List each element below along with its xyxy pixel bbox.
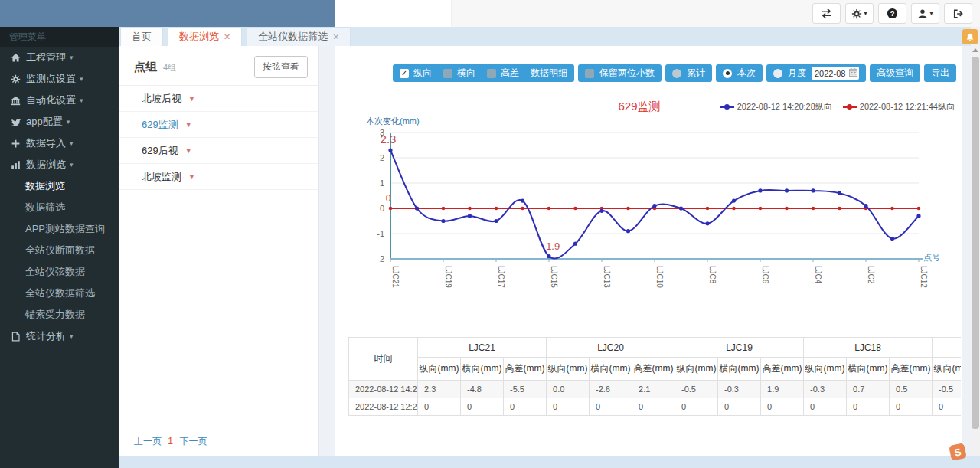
sidebar-subitem-4[interactable]: 全站仪断面数据 xyxy=(0,240,119,261)
checkbox-横向[interactable]: 横向 xyxy=(443,67,475,80)
sidebar-subitem-6[interactable]: 全站仪数据筛选 xyxy=(0,283,119,304)
question-button[interactable]: ? xyxy=(878,3,906,24)
measure-column-header: 高差(mm) xyxy=(761,358,804,381)
point-group-row-4[interactable]: 北坡监测▼ xyxy=(119,164,318,190)
sidebar-item-6[interactable]: 数据浏览▾ xyxy=(0,154,119,175)
close-icon[interactable]: ✕ xyxy=(224,32,230,42)
tab-2[interactable]: 数据浏览✕ xyxy=(168,27,242,46)
checkbox-icon[interactable] xyxy=(487,69,496,78)
logout-button[interactable] xyxy=(944,3,972,24)
view-by-chord-button[interactable]: 按弦查看 xyxy=(254,56,308,78)
sidebar-subitem-5[interactable]: 全站仪弦数据 xyxy=(0,261,119,283)
home-icon xyxy=(11,53,26,63)
decimals-toggle-button[interactable]: 保留两位小数 xyxy=(578,64,662,82)
data-point-red xyxy=(838,207,841,211)
sidebar-item-5[interactable]: 数据导入▾ xyxy=(0,133,119,154)
caret-down-icon: ▾ xyxy=(70,161,74,169)
gear-button[interactable]: ▾ xyxy=(845,3,874,24)
point-group-header xyxy=(933,338,961,358)
point-group-row-1[interactable]: 北坡后视▼ xyxy=(119,86,318,112)
value-cell: 0 xyxy=(504,398,547,416)
next-page-link[interactable]: 下一页 xyxy=(179,436,207,447)
sidebar-item-label: 统计分析 xyxy=(26,329,66,343)
sidebar-subitem-1[interactable]: 数据浏览 xyxy=(0,175,119,197)
vertical-scrollbar[interactable] xyxy=(971,46,980,456)
scroll-up-arrow-icon[interactable] xyxy=(972,48,978,52)
point-group-header: 点组 4组 按弦查看 xyxy=(119,46,318,86)
topbar-search-area[interactable] xyxy=(335,0,452,27)
table-row[interactable]: 2022-08-12 14:20:282.3-4.8-5.50.0-2.62.1… xyxy=(349,381,962,398)
export-button[interactable]: 导出 xyxy=(924,64,956,82)
calendar-icon[interactable] xyxy=(849,68,858,78)
x-tick-label: LJC2 xyxy=(867,266,875,284)
x-tick-label: LJC17 xyxy=(497,266,505,288)
point-group-row-2[interactable]: 629监测▼ xyxy=(119,112,318,138)
data-detail-button[interactable]: 数据明细 xyxy=(531,67,567,80)
tab-3[interactable]: 全站仪数据筛选✕ xyxy=(247,27,351,46)
group-label: 北坡监测 xyxy=(142,170,181,184)
x-tick-label: LJC10 xyxy=(655,266,664,288)
caret-down-icon: ▾ xyxy=(929,10,933,17)
sidebar-subitem-2[interactable]: 数据筛选 xyxy=(0,197,119,218)
sidebar-subitem-3[interactable]: APP测站数据查询 xyxy=(0,218,119,240)
x-tick-label: LJC13 xyxy=(603,266,611,288)
checkbox-纵向[interactable]: ✓纵向 xyxy=(400,67,432,80)
x-tick-label: LJC8 xyxy=(708,266,717,284)
radio-icon[interactable] xyxy=(672,69,681,78)
data-point-blue xyxy=(599,209,603,213)
swap-arrows-button[interactable] xyxy=(812,3,841,24)
sidebar-item-3[interactable]: 自动化设置▾ xyxy=(0,90,119,111)
checkbox-高差[interactable]: 高差 xyxy=(487,67,519,80)
x-tick-label: LJC15 xyxy=(550,266,558,288)
pagination: 上一页 1 下一页 xyxy=(134,435,207,448)
sidebar-item-4[interactable]: app配置▾ xyxy=(0,111,119,133)
sidebar-item-stats[interactable]: 统计分析▾ xyxy=(0,326,119,347)
prev-page-link[interactable]: 上一页 xyxy=(134,436,162,447)
advanced-query-button[interactable]: 高级查询 xyxy=(870,64,920,82)
tab-bar: 首页数据浏览✕全站仪数据筛选✕ xyxy=(119,27,971,46)
user-button[interactable]: ▾ xyxy=(911,3,939,24)
radio-button-累计[interactable]: 累计 xyxy=(665,64,712,82)
measure-column-header: 高差(mm) xyxy=(890,358,933,381)
legend-label: 2022-08-12 12:21:44纵向 xyxy=(860,101,955,113)
measure-column-header: 横向(mm) xyxy=(847,358,890,381)
sidebar-item-label: 监测点设置 xyxy=(26,72,76,86)
svg-text:?: ? xyxy=(890,10,895,18)
scrollbar-thumb[interactable] xyxy=(972,57,979,429)
current-page-number[interactable]: 1 xyxy=(168,436,173,447)
bell-button[interactable] xyxy=(962,29,978,44)
legend-item-2[interactable]: 2022-08-12 12:21:44纵向 xyxy=(843,101,955,113)
table-row[interactable]: 2022-08-12 12:21:440000000000000 xyxy=(349,398,962,416)
radio-button-本次[interactable]: 本次 xyxy=(716,64,763,82)
sidebar-subitem-7[interactable]: 锚索受力数据 xyxy=(0,304,119,326)
close-icon[interactable]: ✕ xyxy=(332,32,339,42)
y-tick-label: 0 xyxy=(380,204,384,213)
legend-item-1[interactable]: 2022-08-12 14:20:28纵向 xyxy=(720,101,832,113)
horizontal-scroll-strip[interactable] xyxy=(119,456,980,468)
point-group-row-3[interactable]: 629后视▼ xyxy=(119,138,318,164)
question-icon: ? xyxy=(887,8,898,19)
sidebar-item-1[interactable]: 工程管理▾ xyxy=(0,47,119,68)
y-axis-label: 本次变化(mm) xyxy=(366,116,420,126)
radio-icon[interactable] xyxy=(723,69,732,78)
sidebar: 管理菜单 工程管理▾监测点设置▾自动化设置▾app配置▾数据导入▾数据浏览▾数据… xyxy=(0,27,119,468)
measure-column-header: 横向(mm) xyxy=(461,358,504,381)
sidebar-item-2[interactable]: 监测点设置▾ xyxy=(0,68,119,90)
data-table-container[interactable]: 时间LJC21LJC20LJC19LJC18纵向(mm)横向(mm)高差(mm)… xyxy=(348,337,961,453)
caret-down-icon: ▼ xyxy=(185,147,192,155)
tab-1[interactable]: 首页 xyxy=(120,27,163,46)
month-input[interactable]: 2022-08 xyxy=(812,67,859,80)
series-toggle-group[interactable]: ✓纵向横向高差数据明细 xyxy=(393,64,574,82)
checkbox-icon[interactable] xyxy=(585,69,594,78)
user-icon xyxy=(917,8,928,19)
radio-button-月度[interactable]: 月度2022-08 xyxy=(766,64,866,82)
checkbox-icon[interactable] xyxy=(443,69,452,78)
data-point-red xyxy=(732,207,736,211)
radio-icon[interactable] xyxy=(773,69,782,78)
data-point-blue xyxy=(785,188,789,192)
value-cell: 2.1 xyxy=(632,381,675,398)
data-point-red xyxy=(890,207,894,211)
checkbox-icon[interactable]: ✓ xyxy=(400,69,409,78)
legend-marker-icon xyxy=(843,104,857,110)
data-point-red xyxy=(706,207,710,211)
